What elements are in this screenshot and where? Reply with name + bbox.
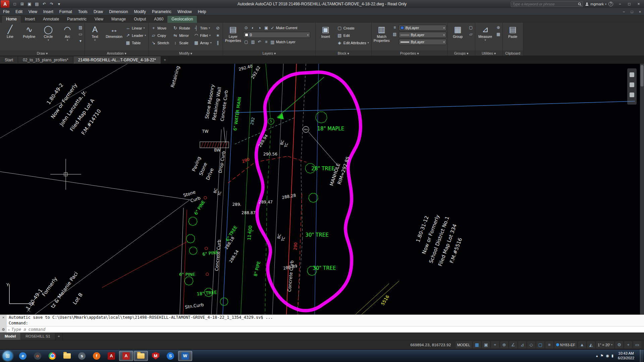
layer-color-icon[interactable]: ▣ (263, 25, 269, 31)
layer-unisolate-icon[interactable]: ▥ (250, 39, 256, 45)
ungroup-icon[interactable]: ▱ (468, 31, 474, 37)
taskbar-chrome[interactable] (45, 351, 59, 361)
match-properties-button[interactable]: ▥Match Properties (373, 23, 391, 50)
ribbon-tab-manage[interactable]: Manage (107, 16, 130, 23)
menu-format[interactable]: Format (56, 8, 75, 15)
menu-file[interactable]: File (0, 8, 12, 15)
properties-paint-icon[interactable]: ▨ (392, 31, 398, 37)
file-tab-start[interactable]: Start (0, 56, 18, 64)
rectangle-icon[interactable]: ▭ (77, 31, 84, 37)
taskbar-media-player[interactable]: o (31, 351, 45, 361)
layer-freeze-icon[interactable]: ◐ (250, 25, 256, 31)
edit-button[interactable]: ▧Edit (336, 32, 370, 39)
array-button[interactable]: ▦Array▾ (193, 39, 213, 46)
new-layout-button[interactable]: + (55, 333, 63, 340)
layout-tab-rosehill-s1[interactable]: ROSEHILL S1 (21, 333, 55, 340)
taskbar-windows-explorer[interactable] (134, 351, 148, 361)
layer-off-icon[interactable]: ⊙ (243, 25, 249, 31)
menu-tools[interactable]: Tools (75, 8, 91, 15)
id-point-icon[interactable]: ⊕ (495, 24, 501, 31)
ribbon-tab-output[interactable]: Output (130, 16, 150, 23)
measure-button[interactable]: ⊿Measure▾ (476, 23, 494, 50)
paste-button[interactable]: ▤Paste (504, 23, 522, 50)
doc-close-button[interactable]: × (636, 9, 644, 15)
menu-view[interactable]: View (25, 8, 40, 15)
taskbar-clock[interactable]: 10:43 AM 6/23/2022 (616, 351, 636, 361)
nav-tool-icon[interactable] (630, 93, 634, 97)
ribbon-tab-view[interactable]: View (91, 16, 107, 23)
redo-icon[interactable]: ↷ (48, 1, 55, 7)
isodraft-toggle[interactable]: ◇ (527, 341, 535, 348)
file-tab-21498-rosehill-al-t-grove-4-18-22[interactable]: 21498-ROSEHILL-AL...T-GROVE_4-18-22* (73, 56, 161, 64)
erase-icon-button[interactable]: ⊘ (214, 24, 222, 32)
annotation-visibility-toggle[interactable]: ▲ (578, 341, 586, 348)
menu-modify[interactable]: Modify (131, 8, 149, 15)
command-input[interactable] (11, 327, 644, 332)
nav-tool-icon[interactable] (630, 82, 634, 87)
taskbar-system-tool[interactable]: s (75, 351, 89, 361)
menu-insert[interactable]: Insert (40, 8, 56, 15)
tray-icon[interactable]: ◉ (606, 354, 609, 358)
panel-title[interactable]: Annotation ▾ (85, 51, 148, 56)
taskbar-autocad[interactable]: A (119, 351, 133, 361)
taskbar-word[interactable]: W (178, 351, 192, 361)
panel-title[interactable]: Groups ▾ (448, 51, 475, 56)
trim-button[interactable]: ┤Trim▾ (193, 24, 213, 32)
edit-attributes-button[interactable]: ◈Edit Attributes▾ (336, 39, 370, 46)
properties-list-icon[interactable]: ≡ (392, 24, 398, 31)
object-snap-toggle[interactable]: ▢ (536, 341, 544, 348)
line-button[interactable]: ╱Line (1, 23, 19, 50)
annotation-autoscale-toggle[interactable]: ◭ (587, 341, 595, 348)
tray-icon[interactable]: ⚑ (600, 354, 604, 358)
minimize-button[interactable]: − (615, 1, 625, 7)
taskbar-internet-explorer[interactable]: e (16, 351, 30, 361)
panel-title[interactable]: Clipboard (503, 51, 523, 56)
menu-draw[interactable]: Draw (91, 8, 106, 15)
ribbon-tab-home[interactable]: Home (2, 16, 21, 23)
panel-title[interactable]: Layers ▾ (223, 51, 315, 56)
drawing-canvas[interactable]: SMH1.80-49-2Now or FormerlyJohn Lanzetta… (0, 64, 644, 314)
copy-button[interactable]: ▱Copy (150, 32, 170, 39)
insert-button[interactable]: ▣Insert (317, 23, 335, 50)
ribbon-tab-a360[interactable]: A360 (150, 16, 167, 23)
text-button[interactable]: AText▾ (86, 23, 104, 50)
status-customization[interactable]: + (624, 341, 632, 348)
table-button[interactable]: ▦Table (124, 39, 147, 46)
start-button[interactable]: ⊞ (3, 351, 13, 361)
property-linetype-dropdown[interactable]: ByLayer▾ (399, 32, 446, 38)
ribbon-tab-geolocation[interactable]: Geolocation (167, 16, 197, 23)
circle-button[interactable]: ◯Circle▾ (39, 23, 57, 50)
nav-tool-icon[interactable] (630, 72, 634, 77)
layer-previous-icon[interactable]: ↶ (257, 39, 263, 45)
layer-dropdown[interactable]: 0▾ (243, 32, 310, 38)
menu-dimension[interactable]: Dimension (106, 8, 131, 15)
ortho-mode-toggle[interactable]: ∠ (509, 341, 517, 348)
property-lineweight-dropdown[interactable]: ByLayer▾ (399, 39, 446, 45)
match-layer-button[interactable]: ▥Match Layer (270, 40, 296, 45)
search-icon[interactable] (578, 2, 582, 6)
menu-edit[interactable]: Edit (12, 8, 25, 15)
lineweight-toggle[interactable]: ≡ (545, 341, 553, 348)
panel-title[interactable]: Properties ▾ (372, 51, 447, 56)
tray-icon[interactable]: ▴ (596, 354, 598, 358)
new-tab-button[interactable]: + (161, 56, 169, 64)
leader-button[interactable]: ↗Leader▾ (124, 32, 147, 39)
menu-window[interactable]: Window (174, 8, 195, 15)
ribbon-tab-parametric[interactable]: Parametric (63, 16, 91, 23)
explode-icon-button[interactable]: ∗ (214, 32, 222, 39)
tray-icon[interactable]: ▮ (611, 354, 613, 358)
taskbar-firefox[interactable]: f (90, 351, 104, 361)
undo-icon[interactable]: ↶ (41, 1, 48, 7)
offset-icon-button[interactable]: ∥ (214, 39, 222, 46)
more-icon[interactable]: ▾ (77, 38, 84, 44)
property-color-dropdown[interactable]: ByLayer▾ (399, 25, 446, 31)
geo-coordinate-system[interactable]: NY83-EF (554, 341, 577, 348)
command-customize-icon[interactable]: ⚙ (2, 327, 5, 332)
stretch-button[interactable]: ↘Stretch (150, 39, 170, 46)
sign-in-menu[interactable]: mgmark ▾ (585, 2, 606, 6)
show-desktop-button[interactable] (640, 350, 643, 362)
qat-menu-icon[interactable]: ▾ (56, 1, 62, 7)
polyline-button[interactable]: ∿Polyline (20, 23, 38, 50)
layout-tab-model[interactable]: Model (0, 333, 21, 340)
hatch-icon[interactable]: ▨ (77, 24, 84, 31)
